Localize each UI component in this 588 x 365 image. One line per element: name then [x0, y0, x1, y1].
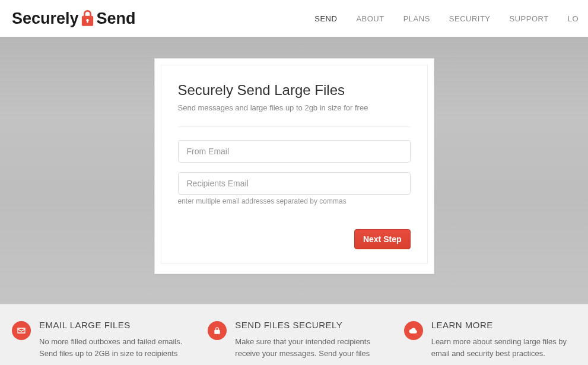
nav-plans[interactable]: PLANS: [394, 0, 440, 37]
brand-word-2: Send: [97, 9, 136, 28]
nav-support[interactable]: SUPPORT: [500, 0, 558, 37]
envelope-icon: [12, 321, 31, 340]
main-nav: SEND ABOUT PLANS SECURITY SUPPORT LO: [305, 0, 588, 37]
site-header: Securely Send SEND ABOUT PLANS SECURITY …: [0, 0, 588, 37]
feature-content: SEND FILES SECURELY Make sure that your …: [235, 320, 380, 360]
feature-title: LEARN MORE: [431, 320, 576, 330]
nav-about[interactable]: ABOUT: [347, 0, 393, 37]
svg-rect-1: [87, 20, 88, 23]
brand-word-1: Securely: [12, 9, 79, 28]
divider: [178, 126, 411, 127]
features-section: EMAIL LARGE FILES No more filled outboxe…: [0, 304, 588, 365]
feature-send-securely: SEND FILES SECURELY Make sure that your …: [208, 320, 380, 360]
feature-title: SEND FILES SECURELY: [235, 320, 380, 330]
card-subtitle: Send messages and large files up to 2gb …: [178, 103, 411, 112]
send-card-inner: Securely Send Large Files Send messages …: [161, 65, 428, 264]
next-step-button[interactable]: Next Step: [354, 229, 411, 249]
nav-login[interactable]: LO: [558, 0, 588, 37]
lock-icon: [208, 321, 227, 340]
feature-body: Learn more about sending large files by …: [431, 336, 576, 360]
feature-content: LEARN MORE Learn more about sending larg…: [431, 320, 576, 360]
recipients-email-input[interactable]: [178, 172, 411, 195]
feature-body: Make sure that your intended recipients …: [235, 336, 380, 360]
form-actions: Next Step: [178, 229, 411, 249]
recipients-help-text: enter multiple email addresses separated…: [178, 197, 411, 205]
lock-icon: [80, 9, 96, 27]
feature-email-large-files: EMAIL LARGE FILES No more filled outboxe…: [12, 320, 184, 360]
feature-body: No more filled outboxes and failed email…: [39, 336, 184, 360]
feature-learn-more: LEARN MORE Learn more about sending larg…: [404, 320, 576, 360]
send-card: Securely Send Large Files Send messages …: [154, 58, 434, 274]
brand-logo[interactable]: Securely Send: [12, 9, 136, 28]
from-email-input[interactable]: [178, 140, 411, 163]
feature-content: EMAIL LARGE FILES No more filled outboxe…: [39, 320, 184, 360]
card-title: Securely Send Large Files: [178, 82, 411, 99]
nav-security[interactable]: SECURITY: [440, 0, 500, 37]
hero-section: Securely Send Large Files Send messages …: [0, 37, 588, 304]
cloud-icon: [404, 321, 423, 340]
nav-send[interactable]: SEND: [305, 0, 347, 37]
feature-title: EMAIL LARGE FILES: [39, 320, 184, 330]
